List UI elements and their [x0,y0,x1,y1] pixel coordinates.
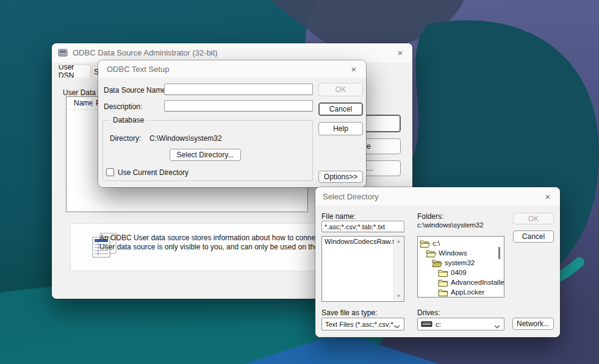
setup-options-button[interactable]: Options>> [318,171,363,183]
directory-label: Directory: [110,134,141,143]
closed-folder-icon [438,269,448,277]
setup-ok-label: OK [335,85,346,94]
drives-label: Drives: [417,309,440,317]
scroll-down-icon[interactable]: ▼ [394,294,403,299]
network-button[interactable]: Network... [512,318,554,330]
database-groupbox: Database Directory: C:\Windows\system32 … [102,120,313,181]
description-input[interactable] [164,100,313,112]
tree-item-label: AppLocker [451,288,484,296]
select-directory-button[interactable]: Select Directory... [170,149,241,161]
odbc-app-icon [58,48,68,57]
close-icon[interactable]: × [388,48,412,57]
close-icon[interactable]: × [342,65,366,74]
chevron-down-icon [394,323,400,330]
save-type-label: Save file as type: [321,309,377,317]
tree-item-applocker[interactable]: AppLocker [418,287,504,297]
info-text-line1: An ODBC User data source stores informat… [99,234,345,243]
use-current-directory-checkbox[interactable] [106,168,114,176]
tab-user-dsn[interactable]: User DSN [58,65,91,77]
open-folder-icon [426,249,436,257]
setup-ok-button[interactable]: OK [318,83,363,96]
setup-cancel-button[interactable]: Cancel [318,102,363,116]
tree-item-label: system32 [445,259,475,266]
directory-value: C:\Windows\system32 [149,134,222,143]
network-button-label: Network... [517,319,550,328]
tree-item-label: c:\ [432,240,440,247]
tree-scrollbar-thumb[interactable] [498,247,500,259]
select-directory-titlebar[interactable]: Select Directory × [315,187,560,205]
close-icon[interactable]: × [536,192,560,201]
configure-button-label: ... [367,164,373,173]
tree-item-0409[interactable]: 0409 [418,268,504,277]
current-folder-icon [432,259,442,267]
selectdir-cancel-button[interactable]: Cancel [513,230,554,243]
select-directory-button-label: Select Directory... [177,151,234,159]
odbc-text-setup-dialog: ODBC Text Setup × Data Source Name: Desc… [98,60,366,187]
file-list[interactable]: WindowsCodecsRaw.t ▲ ▼ [321,236,404,302]
column-header-name[interactable]: Name [66,99,91,107]
file-list-scrollbar[interactable]: ▲ ▼ [393,237,403,301]
text-setup-body: Data Source Name: Description: Database … [98,77,366,187]
select-directory-body: File name: WindowsCodecsRaw.t ▲ ▼ Folder… [315,205,560,337]
file-name-input[interactable] [321,221,404,232]
odbc-admin-titlebar[interactable]: ODBC Data Source Administrator (32-bit) … [52,43,412,62]
closed-folder-icon [438,279,448,287]
tree-item-label: AdvancedInstallers [451,279,504,286]
drive-icon [421,321,432,327]
drives-dropdown[interactable]: c: [417,318,504,330]
select-directory-dialog: Select Directory × File name: WindowsCod… [315,187,560,337]
folders-label: Folders: [417,212,443,221]
chevron-down-icon [494,323,500,330]
folders-tree[interactable]: c:\Windowssystem320409AdvancedInstallers… [417,236,504,298]
info-text: An ODBC User data source stores informat… [99,234,345,252]
closed-folder-icon [438,288,448,296]
dialog-title: Select Directory [323,192,379,201]
selectdir-ok-button[interactable]: OK [513,213,554,224]
selectdir-cancel-label: Cancel [522,232,545,241]
folders-path: c:\windows\system32 [417,221,484,229]
file-item[interactable]: WindowsCodecsRaw.t [322,237,395,245]
file-name-label: File name: [321,212,356,221]
scroll-up-icon[interactable]: ▲ [394,239,403,244]
info-text-line2: User data source is only visible to you,… [99,243,345,252]
tree-item-advancedinstallers[interactable]: AdvancedInstallers [418,277,504,287]
drives-value: c: [436,321,441,328]
setup-help-label: Help [333,124,348,133]
data-source-name-input[interactable] [164,84,313,95]
window-title: ODBC Data Source Administrator (32-bit) [73,48,218,57]
user-data-sources-label: User Data S [63,88,102,97]
open-folder-icon [420,240,430,248]
data-source-name-label: Data Source Name: [104,86,168,95]
setup-options-label: Options>> [324,173,357,181]
tree-item-c[interactable]: c:\ [418,238,504,248]
tree-item-label: Windows [439,249,467,257]
tree-item-windows[interactable]: Windows [418,248,504,258]
tab-user-dsn-label: User DSN [59,65,90,77]
description-label: Description: [104,102,142,111]
desktop: ODBC Data Source Administrator (32-bit) … [0,0,599,364]
selectdir-ok-label: OK [528,215,539,223]
save-type-value: Text Files (*.asc;*.csv;*. [325,321,395,328]
tree-item-system32[interactable]: system32 [418,258,504,268]
use-current-directory-label: Use Current Directory [118,168,188,177]
dialog-title: ODBC Text Setup [107,65,169,74]
setup-cancel-label: Cancel [329,105,352,113]
save-type-dropdown[interactable]: Text Files (*.asc;*.csv;*. [321,318,404,330]
text-setup-titlebar[interactable]: ODBC Text Setup × [98,60,366,77]
setup-help-button[interactable]: Help [318,122,363,135]
database-group-label: Database [110,116,146,124]
remove-button-label: e [367,142,371,151]
tree-item-label: 0409 [451,269,467,276]
